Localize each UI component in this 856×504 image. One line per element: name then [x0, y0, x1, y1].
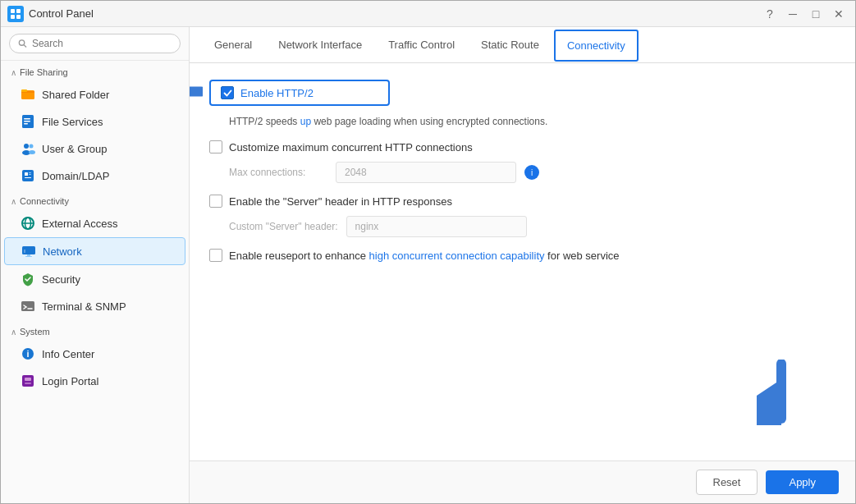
tab-traffic-control[interactable]: Traffic Control	[377, 30, 466, 61]
server-header-checkbox[interactable]	[209, 195, 222, 208]
highlight-up: up	[300, 116, 311, 127]
sidebar-item-domain-ldap[interactable]: Domain/LDAP	[4, 163, 185, 189]
file-sharing-label: File Sharing	[20, 67, 68, 77]
title-bar: Control Panel ? ─ □ ✕	[1, 1, 855, 27]
sidebar-search-container	[1, 27, 189, 61]
svg-rect-26	[25, 256, 32, 257]
reuseport-checkbox[interactable]	[209, 249, 222, 262]
svg-rect-0	[11, 9, 15, 13]
svg-point-15	[29, 150, 35, 154]
system-header[interactable]: ∧ System	[1, 320, 189, 340]
svg-rect-9	[24, 118, 30, 120]
svg-rect-3	[16, 15, 21, 19]
svg-line-5	[24, 45, 26, 48]
sidebar-item-user-group[interactable]: User & Group	[4, 135, 185, 162]
arrow-annotation-apply	[757, 360, 806, 428]
sidebar-item-login-portal[interactable]: Login Portal	[4, 368, 185, 394]
apply-button[interactable]: Apply	[766, 470, 839, 494]
svg-point-12	[24, 144, 29, 149]
search-icon	[18, 39, 27, 48]
chevron-icon: ∧	[11, 68, 16, 77]
footer: Reset Apply	[190, 460, 855, 503]
server-header-label[interactable]: Enable the "Server" header in HTTP respo…	[229, 195, 452, 208]
file-sharing-header[interactable]: ∧ File Sharing	[1, 61, 189, 80]
system-label: System	[20, 327, 50, 337]
external-access-label: External Access	[42, 218, 118, 230]
minimize-button[interactable]: ─	[783, 4, 803, 24]
svg-rect-32	[25, 378, 31, 381]
custom-server-header-input[interactable]	[346, 216, 527, 237]
sidebar: ∧ File Sharing Shared Folder File Servic…	[1, 27, 190, 503]
chevron-icon: ∧	[11, 328, 16, 337]
tab-connectivity[interactable]: Connectivity	[554, 30, 639, 62]
arrow-annotation-left	[190, 77, 203, 109]
svg-rect-19	[29, 174, 31, 175]
sidebar-item-shared-folder[interactable]: Shared Folder	[4, 81, 185, 108]
user-group-icon	[21, 141, 35, 156]
svg-rect-1	[16, 9, 21, 13]
sidebar-section-file-sharing: ∧ File Sharing Shared Folder File Servic…	[1, 61, 189, 190]
svg-point-4	[19, 40, 24, 45]
custom-server-header-row: Custom "Server" header:	[229, 216, 835, 237]
sidebar-section-system: ∧ System i Info Center Login Portal	[1, 320, 189, 395]
reuseport-row: Enable reuseport to enhance high concurr…	[209, 249, 835, 262]
sidebar-item-file-services[interactable]: File Services	[4, 108, 185, 135]
sidebar-item-network[interactable]: Network	[4, 237, 185, 265]
help-button[interactable]: ?	[760, 4, 780, 24]
max-connections-input[interactable]	[336, 162, 516, 183]
domain-ldap-label: Domain/LDAP	[42, 170, 109, 182]
sidebar-section-connectivity: ∧ Connectivity External Access Network	[1, 190, 189, 320]
svg-rect-16	[22, 170, 34, 181]
terminal-snmp-label: Terminal & SNMP	[42, 300, 126, 313]
svg-text:i: i	[26, 349, 29, 359]
connectivity-header[interactable]: ∧ Connectivity	[1, 190, 189, 209]
file-services-label: File Services	[42, 116, 103, 128]
user-group-label: User & Group	[42, 143, 107, 155]
info-center-label: Info Center	[42, 348, 94, 360]
tab-network-interface[interactable]: Network Interface	[267, 30, 373, 61]
max-connections-row: Max connections: i	[229, 162, 835, 183]
custom-server-header-label: Custom "Server" header:	[229, 221, 338, 232]
close-button[interactable]: ✕	[829, 4, 849, 24]
control-panel-window: Control Panel ? ─ □ ✕	[0, 0, 856, 504]
reset-button[interactable]: Reset	[696, 470, 758, 495]
content-body: Enable HTTP/2	[190, 63, 855, 460]
shared-folder-label: Shared Folder	[42, 89, 109, 101]
tab-bar: General Network Interface Traffic Contro…	[190, 27, 855, 63]
maximize-button[interactable]: □	[806, 4, 826, 24]
security-label: Security	[42, 273, 80, 286]
window-controls: ? ─ □ ✕	[760, 4, 849, 24]
sidebar-item-terminal-snmp[interactable]: Terminal & SNMP	[4, 293, 185, 319]
info-center-icon: i	[21, 346, 35, 361]
window-title: Control Panel	[29, 7, 760, 20]
search-box[interactable]	[9, 34, 181, 53]
max-connections-label: Max connections:	[229, 167, 327, 178]
file-services-icon	[21, 114, 35, 129]
tab-static-route[interactable]: Static Route	[469, 30, 551, 61]
external-access-icon	[21, 216, 35, 231]
reuseport-label[interactable]: Enable reuseport to enhance high concurr…	[229, 250, 620, 262]
enable-http2-label[interactable]: Enable HTTP/2	[240, 87, 314, 99]
customize-max-label[interactable]: Customize maximum concurrent HTTP connec…	[229, 141, 473, 153]
sidebar-item-info-center[interactable]: i Info Center	[4, 341, 185, 367]
customize-max-row: Customize maximum concurrent HTTP connec…	[209, 140, 835, 153]
enable-http2-checkbox[interactable]	[221, 86, 234, 99]
svg-rect-33	[25, 383, 31, 384]
folder-icon	[21, 87, 35, 102]
app-icon	[7, 6, 24, 22]
tab-general[interactable]: General	[203, 30, 263, 61]
sidebar-item-external-access[interactable]: External Access	[4, 210, 185, 236]
search-input[interactable]	[32, 38, 172, 49]
terminal-icon	[21, 299, 35, 314]
login-portal-label: Login Portal	[42, 375, 98, 387]
domain-icon	[21, 168, 35, 183]
sidebar-item-security[interactable]: Security	[4, 266, 185, 292]
info-icon[interactable]: i	[524, 165, 539, 180]
network-icon	[21, 244, 36, 259]
http2-description: HTTP/2 speeds up web page loading when u…	[229, 114, 835, 129]
security-icon	[21, 272, 35, 286]
customize-max-checkbox[interactable]	[209, 140, 222, 153]
svg-rect-7	[21, 89, 27, 92]
chevron-icon: ∧	[11, 197, 16, 206]
svg-rect-10	[24, 121, 30, 122]
